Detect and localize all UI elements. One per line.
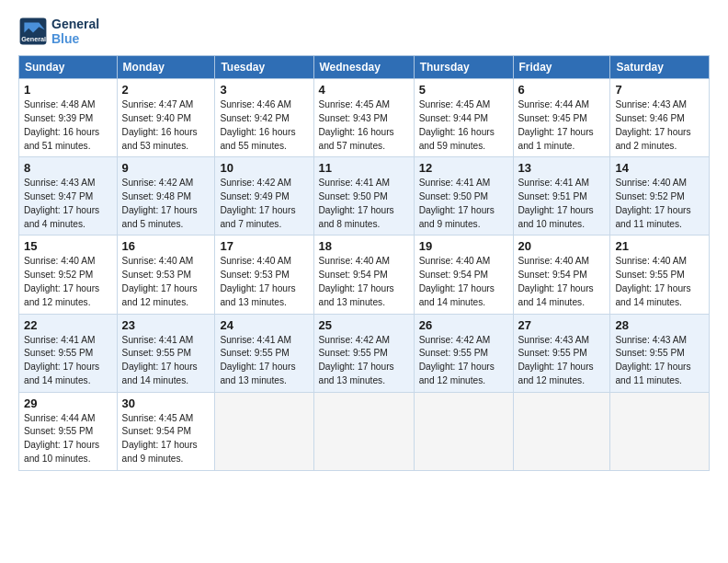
- calendar-cell: [414, 392, 513, 470]
- day-number: 23: [122, 318, 210, 332]
- weekday-header-sunday: Sunday: [19, 56, 118, 79]
- calendar-cell: 2Sunrise: 4:47 AMSunset: 9:40 PMDaylight…: [117, 79, 215, 157]
- day-number: 27: [518, 318, 606, 332]
- day-info: Sunrise: 4:45 AMSunset: 9:44 PMDaylight:…: [419, 98, 508, 153]
- day-number: 24: [220, 318, 308, 332]
- day-number: 13: [518, 161, 606, 175]
- day-number: 4: [319, 83, 409, 97]
- calendar-week-row: 15Sunrise: 4:40 AMSunset: 9:52 PMDayligh…: [19, 236, 710, 314]
- day-info: Sunrise: 4:44 AMSunset: 9:55 PMDaylight:…: [24, 412, 112, 466]
- logo: General General Blue: [18, 17, 99, 46]
- calendar-cell: 25Sunrise: 4:42 AMSunset: 9:55 PMDayligh…: [313, 314, 414, 392]
- day-number: 8: [24, 161, 112, 175]
- calendar-cell: 16Sunrise: 4:40 AMSunset: 9:53 PMDayligh…: [117, 236, 215, 314]
- day-info: Sunrise: 4:42 AMSunset: 9:55 PMDaylight:…: [319, 334, 409, 388]
- calendar-cell: 10Sunrise: 4:42 AMSunset: 9:49 PMDayligh…: [215, 157, 313, 236]
- calendar-cell: [610, 392, 710, 470]
- calendar-cell: 22Sunrise: 4:41 AMSunset: 9:55 PMDayligh…: [19, 314, 118, 392]
- calendar-cell: 13Sunrise: 4:41 AMSunset: 9:51 PMDayligh…: [513, 157, 610, 236]
- calendar-cell: 5Sunrise: 4:45 AMSunset: 9:44 PMDaylight…: [414, 79, 513, 157]
- day-number: 9: [122, 161, 210, 175]
- calendar-cell: 19Sunrise: 4:40 AMSunset: 9:54 PMDayligh…: [414, 236, 513, 314]
- day-number: 6: [518, 83, 606, 97]
- logo-icon: General: [18, 17, 48, 46]
- day-info: Sunrise: 4:41 AMSunset: 9:55 PMDaylight:…: [122, 334, 210, 388]
- day-info: Sunrise: 4:42 AMSunset: 9:55 PMDaylight:…: [419, 334, 508, 388]
- calendar-cell: 6Sunrise: 4:44 AMSunset: 9:45 PMDaylight…: [513, 79, 610, 157]
- day-info: Sunrise: 4:46 AMSunset: 9:42 PMDaylight:…: [220, 98, 308, 153]
- day-info: Sunrise: 4:40 AMSunset: 9:53 PMDaylight:…: [122, 255, 210, 309]
- day-number: 22: [24, 318, 112, 332]
- calendar-cell: 18Sunrise: 4:40 AMSunset: 9:54 PMDayligh…: [313, 236, 414, 314]
- calendar-cell: 27Sunrise: 4:43 AMSunset: 9:55 PMDayligh…: [513, 314, 610, 392]
- weekday-header-tuesday: Tuesday: [215, 56, 313, 79]
- day-number: 17: [220, 239, 308, 253]
- weekday-header-thursday: Thursday: [414, 56, 513, 79]
- day-info: Sunrise: 4:45 AMSunset: 9:54 PMDaylight:…: [122, 412, 210, 466]
- calendar-cell: 14Sunrise: 4:40 AMSunset: 9:52 PMDayligh…: [610, 157, 710, 236]
- day-number: 30: [122, 396, 210, 410]
- day-info: Sunrise: 4:41 AMSunset: 9:50 PMDaylight:…: [319, 177, 409, 231]
- day-info: Sunrise: 4:47 AMSunset: 9:40 PMDaylight:…: [122, 98, 210, 153]
- calendar-cell: 3Sunrise: 4:46 AMSunset: 9:42 PMDaylight…: [215, 79, 313, 157]
- calendar-table: SundayMondayTuesdayWednesdayThursdayFrid…: [18, 55, 710, 471]
- calendar-cell: 23Sunrise: 4:41 AMSunset: 9:55 PMDayligh…: [117, 314, 215, 392]
- weekday-header-friday: Friday: [513, 56, 610, 79]
- day-number: 11: [319, 161, 409, 175]
- calendar-cell: [513, 392, 610, 470]
- day-number: 10: [220, 161, 308, 175]
- calendar-cell: 9Sunrise: 4:42 AMSunset: 9:48 PMDaylight…: [117, 157, 215, 236]
- day-info: Sunrise: 4:40 AMSunset: 9:54 PMDaylight:…: [419, 255, 508, 309]
- calendar-week-row: 22Sunrise: 4:41 AMSunset: 9:55 PMDayligh…: [19, 314, 710, 392]
- calendar-week-row: 8Sunrise: 4:43 AMSunset: 9:47 PMDaylight…: [19, 157, 710, 236]
- day-info: Sunrise: 4:42 AMSunset: 9:48 PMDaylight:…: [122, 177, 210, 231]
- day-info: Sunrise: 4:40 AMSunset: 9:54 PMDaylight:…: [518, 255, 606, 309]
- weekday-header-row: SundayMondayTuesdayWednesdayThursdayFrid…: [19, 56, 710, 79]
- calendar-week-row: 1Sunrise: 4:48 AMSunset: 9:39 PMDaylight…: [19, 79, 710, 157]
- calendar-cell: 28Sunrise: 4:43 AMSunset: 9:55 PMDayligh…: [610, 314, 710, 392]
- day-info: Sunrise: 4:41 AMSunset: 9:55 PMDaylight:…: [24, 334, 112, 388]
- day-number: 26: [419, 318, 508, 332]
- calendar-cell: 24Sunrise: 4:41 AMSunset: 9:55 PMDayligh…: [215, 314, 313, 392]
- svg-text:General: General: [21, 35, 46, 43]
- day-info: Sunrise: 4:44 AMSunset: 9:45 PMDaylight:…: [518, 98, 606, 153]
- calendar-cell: 4Sunrise: 4:45 AMSunset: 9:43 PMDaylight…: [313, 79, 414, 157]
- calendar-week-row: 29Sunrise: 4:44 AMSunset: 9:55 PMDayligh…: [19, 392, 710, 470]
- day-info: Sunrise: 4:40 AMSunset: 9:52 PMDaylight:…: [24, 255, 112, 309]
- day-info: Sunrise: 4:40 AMSunset: 9:55 PMDaylight:…: [615, 255, 704, 309]
- weekday-header-wednesday: Wednesday: [313, 56, 414, 79]
- calendar-cell: 26Sunrise: 4:42 AMSunset: 9:55 PMDayligh…: [414, 314, 513, 392]
- day-number: 16: [122, 239, 210, 253]
- logo-line2: Blue: [51, 31, 99, 46]
- calendar-cell: 8Sunrise: 4:43 AMSunset: 9:47 PMDaylight…: [19, 157, 118, 236]
- calendar-cell: 7Sunrise: 4:43 AMSunset: 9:46 PMDaylight…: [610, 79, 710, 157]
- day-info: Sunrise: 4:41 AMSunset: 9:55 PMDaylight:…: [220, 334, 308, 388]
- day-number: 28: [615, 318, 704, 332]
- calendar-cell: 15Sunrise: 4:40 AMSunset: 9:52 PMDayligh…: [19, 236, 118, 314]
- day-number: 18: [319, 239, 409, 253]
- day-number: 21: [615, 239, 704, 253]
- day-info: Sunrise: 4:43 AMSunset: 9:46 PMDaylight:…: [615, 98, 704, 153]
- day-number: 12: [419, 161, 508, 175]
- calendar-cell: 21Sunrise: 4:40 AMSunset: 9:55 PMDayligh…: [610, 236, 710, 314]
- day-info: Sunrise: 4:43 AMSunset: 9:47 PMDaylight:…: [24, 177, 112, 231]
- day-number: 7: [615, 83, 704, 97]
- day-info: Sunrise: 4:40 AMSunset: 9:54 PMDaylight:…: [319, 255, 409, 309]
- day-info: Sunrise: 4:41 AMSunset: 9:50 PMDaylight:…: [419, 177, 508, 231]
- weekday-header-monday: Monday: [117, 56, 215, 79]
- day-number: 29: [24, 396, 112, 410]
- logo-line1: General: [51, 17, 99, 31]
- weekday-header-saturday: Saturday: [610, 56, 710, 79]
- calendar-cell: 12Sunrise: 4:41 AMSunset: 9:50 PMDayligh…: [414, 157, 513, 236]
- calendar-cell: 20Sunrise: 4:40 AMSunset: 9:54 PMDayligh…: [513, 236, 610, 314]
- day-info: Sunrise: 4:43 AMSunset: 9:55 PMDaylight:…: [615, 334, 704, 388]
- day-info: Sunrise: 4:40 AMSunset: 9:53 PMDaylight:…: [220, 255, 308, 309]
- day-number: 25: [319, 318, 409, 332]
- calendar-cell: [215, 392, 313, 470]
- calendar-cell: 11Sunrise: 4:41 AMSunset: 9:50 PMDayligh…: [313, 157, 414, 236]
- day-info: Sunrise: 4:42 AMSunset: 9:49 PMDaylight:…: [220, 177, 308, 231]
- day-number: 14: [615, 161, 704, 175]
- header: General General Blue: [18, 17, 710, 46]
- calendar-cell: 30Sunrise: 4:45 AMSunset: 9:54 PMDayligh…: [117, 392, 215, 470]
- day-number: 15: [24, 239, 112, 253]
